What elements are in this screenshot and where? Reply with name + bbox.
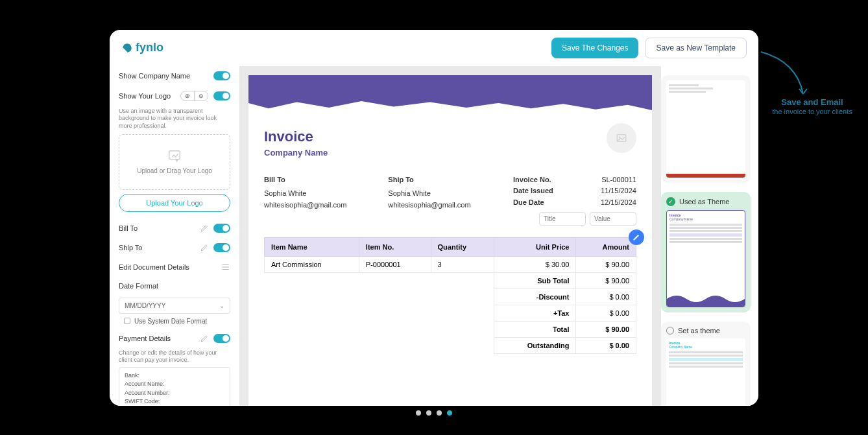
thumb-wave bbox=[667, 291, 745, 307]
use-system-label: Use System Date Format bbox=[134, 318, 207, 325]
check-icon: ✓ bbox=[666, 197, 675, 206]
invoice-document: Invoice Company Name Bill To Sophia Whit… bbox=[248, 75, 652, 406]
date-format-value: MM/DD/YYYY bbox=[125, 302, 165, 309]
template-thumb[interactable]: Set as theme Invoice Company Name bbox=[661, 322, 751, 406]
payment-details-label: Payment Details bbox=[119, 335, 200, 342]
col-item-name: Item Name bbox=[265, 238, 359, 257]
image-upload-icon bbox=[167, 149, 182, 163]
invoice-no-label: Invoice No. bbox=[513, 174, 565, 186]
carousel-dot-active[interactable] bbox=[447, 410, 452, 416]
cell-amount: $ 90.00 bbox=[576, 257, 636, 273]
ship-to-name: Sophia White bbox=[388, 188, 512, 200]
tax-label: +Tax bbox=[494, 305, 576, 322]
set-theme-label: Set as theme bbox=[678, 327, 720, 335]
outstanding-label: Outstanding bbox=[494, 338, 576, 354]
date-issued-label: Date Issued bbox=[513, 185, 565, 197]
svg-point-3 bbox=[222, 268, 223, 269]
logo-text: fynlo bbox=[136, 41, 163, 54]
chevron-down-icon: ⌄ bbox=[219, 302, 224, 309]
meta-title-input[interactable] bbox=[539, 212, 586, 226]
header-wave bbox=[248, 75, 652, 115]
zoom-out-icon[interactable]: ⊖ bbox=[195, 91, 208, 100]
ship-to-label: Ship To bbox=[119, 244, 200, 252]
show-logo-label: Show Your Logo bbox=[119, 92, 180, 100]
sidebar: Show Company Name Show Your Logo ⊕⊖ Use … bbox=[110, 66, 239, 406]
edit-icon[interactable] bbox=[200, 335, 208, 342]
edit-table-button[interactable] bbox=[629, 229, 644, 245]
upload-logo-button[interactable]: Upload Your Logo bbox=[119, 194, 230, 212]
show-logo-toggle[interactable] bbox=[213, 91, 230, 100]
invoice-no-value: SL-000011 bbox=[591, 174, 636, 186]
bill-to-label: Bill To bbox=[119, 224, 200, 232]
bill-to-heading: Bill To bbox=[264, 174, 388, 186]
template-thumb-active[interactable]: ✓Used as Theme Invoice Company Name bbox=[661, 192, 751, 312]
subtotal-label: Sub Total bbox=[494, 273, 576, 289]
bill-to-name: Sophia White bbox=[264, 188, 388, 200]
discount-value: $ 0.00 bbox=[576, 289, 636, 305]
edit-doc-label: Edit Document Details bbox=[119, 263, 221, 271]
outstanding-value: $ 0.00 bbox=[576, 338, 636, 354]
bill-to-email: whitesisophia@gmail.com bbox=[264, 200, 388, 211]
logo-dropzone[interactable]: Upload or Drag Your Logo bbox=[119, 134, 230, 190]
template-rail: ✓Used as Theme Invoice Company Name Set … bbox=[661, 66, 758, 406]
total-value: $ 90.00 bbox=[576, 322, 636, 338]
use-system-date-checkbox[interactable] bbox=[124, 318, 130, 324]
payment-help-text: Change or edit the details of how your c… bbox=[119, 349, 230, 364]
radio-icon bbox=[666, 327, 674, 335]
date-format-label: Date Format bbox=[119, 277, 230, 295]
total-label: Total bbox=[494, 322, 576, 338]
zoom-in-icon[interactable]: ⊕ bbox=[181, 91, 195, 100]
doc-company: Company Name bbox=[264, 148, 636, 158]
items-table: Item Name Item No. Quantity Unit Price A… bbox=[264, 237, 636, 354]
thumb-preview bbox=[666, 80, 745, 178]
bill-to-toggle[interactable] bbox=[213, 224, 230, 233]
logo-icon bbox=[121, 42, 133, 54]
annotation-title: Save and Email bbox=[767, 97, 858, 107]
show-company-label: Show Company Name bbox=[119, 72, 213, 80]
meta-value-input[interactable] bbox=[590, 212, 636, 226]
save-changes-button[interactable]: Save The Changes bbox=[551, 38, 639, 58]
template-thumb[interactable] bbox=[661, 75, 751, 183]
app-window: fynlo Save The Changes Save as New Templ… bbox=[110, 30, 758, 406]
annotation-callout: Save and Email the invoice to your clien… bbox=[767, 97, 858, 116]
cell-item-name: Art Commission bbox=[265, 257, 359, 273]
save-template-button[interactable]: Save as New Template bbox=[645, 38, 747, 58]
svg-point-5 bbox=[619, 136, 620, 137]
col-quantity: Quantity bbox=[431, 238, 494, 257]
payment-body[interactable]: Bank: Account Name: Account Number: SWIF… bbox=[119, 367, 230, 406]
show-company-toggle[interactable] bbox=[213, 71, 230, 80]
carousel-dot[interactable] bbox=[437, 410, 442, 416]
date-format-select[interactable]: MM/DD/YYYY ⌄ bbox=[119, 298, 230, 314]
edit-icon[interactable] bbox=[200, 244, 208, 252]
thumb-preview: Invoice Company Name bbox=[666, 338, 745, 406]
annotation-subtitle: the invoice to your clients bbox=[767, 107, 858, 116]
payment-toggle[interactable] bbox=[213, 334, 230, 343]
document-canvas: Invoice Company Name Bill To Sophia Whit… bbox=[239, 66, 661, 406]
due-date-label: Due Date bbox=[513, 197, 565, 209]
discount-label: -Discount bbox=[494, 289, 576, 305]
tax-value: $ 0.00 bbox=[576, 305, 636, 322]
cell-quantity: 3 bbox=[431, 257, 494, 273]
date-issued-value: 11/15/2024 bbox=[591, 185, 636, 197]
svg-point-2 bbox=[222, 266, 223, 267]
doc-title: Invoice bbox=[264, 128, 636, 145]
carousel-dot[interactable] bbox=[426, 410, 431, 416]
table-header-row: Item Name Item No. Quantity Unit Price A… bbox=[265, 238, 636, 257]
ship-to-email: whitesisophia@gmail.com bbox=[388, 200, 512, 211]
cell-price: $ 30.00 bbox=[494, 257, 576, 273]
carousel-dot[interactable] bbox=[416, 410, 421, 416]
cell-item-no: P-0000001 bbox=[359, 257, 431, 273]
thumb-preview: Invoice Company Name bbox=[666, 210, 745, 307]
image-icon bbox=[616, 132, 627, 144]
used-theme-label: Used as Theme bbox=[679, 198, 729, 206]
list-icon[interactable] bbox=[221, 263, 230, 272]
pencil-icon bbox=[633, 233, 640, 241]
col-amount: Amount bbox=[576, 238, 636, 257]
logo-zoom-controls[interactable]: ⊕⊖ bbox=[180, 91, 208, 101]
doc-logo-placeholder[interactable] bbox=[607, 123, 636, 153]
ship-to-toggle[interactable] bbox=[213, 243, 230, 252]
edit-icon[interactable] bbox=[200, 224, 208, 232]
ship-to-heading: Ship To bbox=[388, 174, 512, 186]
logo-help-text: Use an image with a transparent backgrou… bbox=[119, 108, 230, 130]
due-date-value: 12/15/2024 bbox=[591, 197, 636, 209]
